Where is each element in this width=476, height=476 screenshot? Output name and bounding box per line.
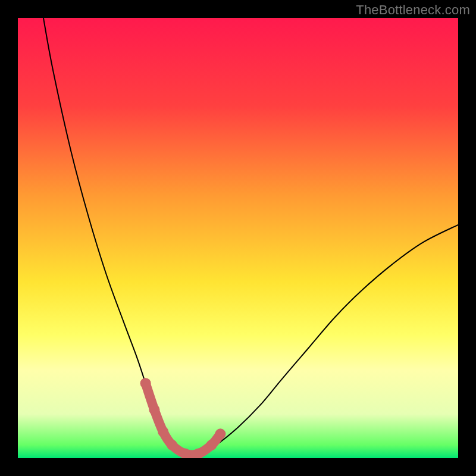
marker-dot <box>158 427 168 437</box>
marker-dot <box>149 405 159 415</box>
chart-frame: TheBottleneck.com <box>0 0 476 476</box>
chart-overlay <box>18 18 458 458</box>
marker-dot <box>206 440 217 450</box>
marker-dot <box>215 428 226 439</box>
marker-dot <box>167 440 177 450</box>
marker-dot <box>140 378 151 389</box>
plot-area <box>18 18 458 458</box>
bottleneck-curve <box>43 18 458 455</box>
watermark-text: TheBottleneck.com <box>356 2 470 18</box>
